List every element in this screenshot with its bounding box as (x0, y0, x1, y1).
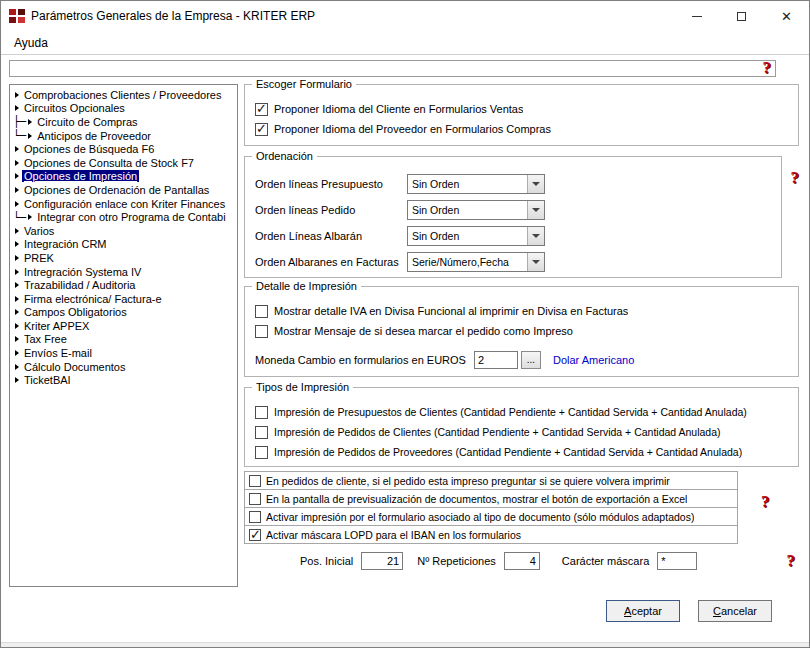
checkbox-label: Impresión de Pedidos de Clientes (Cantid… (274, 426, 721, 438)
maximize-button[interactable] (719, 1, 764, 31)
help-icon[interactable]: ? (787, 553, 796, 568)
group-title: Tipos de Impresión (252, 381, 353, 393)
order-row: Orden Líneas Albarán Sin Orden (255, 223, 773, 249)
tree-item-circuito-compras[interactable]: ├─Circuito de Compras (10, 115, 237, 129)
chevron-down-icon[interactable] (527, 253, 544, 271)
order-label: Orden Líneas Albarán (255, 230, 407, 242)
mask-settings-row: Pos. Inicial Nº Repeticiones Carácter má… (244, 550, 799, 571)
chevron-down-icon[interactable] (527, 201, 544, 219)
tree-item-campos-obligatorios[interactable]: Campos Obligatorios (10, 306, 237, 320)
extra-options-section: En pedidos de cliente, si el pedido esta… (244, 471, 799, 544)
dropdown-value: Sin Orden (408, 175, 527, 193)
checkbox-label: Impresión de Presupuestos de Clientes (C… (274, 406, 747, 418)
browse-button[interactable]: ... (521, 351, 541, 369)
proponer-idioma-cliente-checkbox[interactable] (255, 103, 268, 116)
cancel-button[interactable]: Cancelar (698, 600, 772, 622)
activar-impresion-formulario-checkbox[interactable] (249, 511, 261, 523)
window-title: Parámetros Generales de la Empresa - KRI… (31, 9, 674, 23)
order-facturas-dropdown[interactable]: Serie/Número,Fecha (407, 252, 545, 272)
chevron-down-icon[interactable] (527, 227, 544, 245)
mostrar-mensaje-impreso-checkbox[interactable] (255, 325, 268, 338)
checkbox-row: Mostrar Mensaje de si desea marcar el pe… (255, 321, 790, 341)
tree-arrow-icon (15, 241, 19, 247)
tree-item-kriter-appex[interactable]: Kriter APPEX (10, 319, 237, 333)
tree-arrow-icon (15, 364, 19, 370)
tree-item-busqueda-f6[interactable]: Opciones de Búsqueda F6 (10, 142, 237, 156)
mostrar-boton-excel-checkbox[interactable] (249, 493, 261, 505)
detalle-impresion-group: Detalle de Impresión Mostrar detalle IVA… (244, 286, 799, 377)
tree-item-anticipos-proveedor[interactable]: └─Anticipos de Proveedor (10, 129, 237, 143)
tree-item-trazabilidad[interactable]: Trazabilidad / Auditoria (10, 278, 237, 292)
tree-arrow-icon (15, 269, 19, 275)
order-pedido-dropdown[interactable]: Sin Orden (407, 200, 545, 220)
checkbox-row: Mostrar detalle IVA en Divisa Funcional … (255, 301, 790, 321)
tree-item-circuitos-opcionales[interactable]: Circuitos Opcionales (10, 102, 237, 116)
tipos-impresion-group: Tipos de Impresión Impresión de Presupue… (244, 387, 799, 467)
tree-item-integrar-contabilidad[interactable]: └─Integrar con otro Programa de Contabi (10, 210, 237, 224)
menu-bar: Ayuda (1, 31, 809, 55)
option-row: En pedidos de cliente, si el pedido esta… (244, 471, 738, 490)
bottom-band (1, 642, 809, 648)
order-label: Orden líneas Presupuesto (255, 178, 407, 190)
tree-item-firma-electronica[interactable]: Firma electrónica/ Factura-e (10, 292, 237, 306)
checkbox-row: Impresión de Presupuestos de Clientes (C… (255, 402, 790, 422)
checkbox-row: Proponer Idioma del Proveedor en Formula… (255, 119, 790, 139)
mostrar-detalle-iva-checkbox[interactable] (255, 305, 268, 318)
caracter-mascara-input[interactable] (657, 552, 697, 570)
tree-arrow-icon (15, 255, 19, 261)
help-icon[interactable]: ? (761, 494, 770, 509)
tree-arrow-icon (15, 160, 19, 166)
tree-arrow-icon (28, 119, 32, 125)
tree-item-opciones-impresion[interactable]: Opciones de Impresión (10, 170, 237, 184)
escoger-formulario-group: Escoger Formulario Proponer Idioma del C… (244, 84, 799, 146)
proponer-idioma-proveedor-checkbox[interactable] (255, 123, 268, 136)
tree-arrow-icon (15, 92, 19, 98)
num-repeticiones-input[interactable] (504, 552, 540, 570)
impresion-pedidos-clientes-checkbox[interactable] (255, 426, 268, 439)
tree-item-calculo-documentos[interactable]: Cálculo Documentos (10, 360, 237, 374)
tree-item-integracion-crm[interactable]: Integración CRM (10, 238, 237, 252)
tree-item-ticketbai[interactable]: TicketBAI (10, 373, 237, 387)
dropdown-value: Sin Orden (408, 201, 527, 219)
moneda-cambio-input[interactable] (474, 351, 518, 369)
minimize-button[interactable] (674, 1, 719, 31)
maximize-icon (737, 12, 746, 21)
tree-item-kriter-finances[interactable]: Configuración enlace con Kriter Finances (10, 197, 237, 211)
checkbox-label: Impresión de Pedidos de Proveedores (Can… (274, 446, 742, 458)
close-button[interactable]: ✕ (764, 1, 809, 31)
tree-item-tax-free[interactable]: Tax Free (10, 333, 237, 347)
moneda-cambio-label: Moneda Cambio en formularios en EUROS (255, 354, 466, 366)
menu-ayuda[interactable]: Ayuda (7, 34, 55, 52)
tree-item-envios-email[interactable]: Envíos E-mail (10, 346, 237, 360)
pos-inicial-input[interactable] (361, 552, 403, 570)
tree-item-varios[interactable]: Varios (10, 224, 237, 238)
help-icon[interactable]: ? (763, 60, 772, 75)
tree-item-ordenacion-pantallas[interactable]: Opciones de Ordenación de Pantallas (10, 183, 237, 197)
tree-arrow-icon (15, 228, 19, 234)
help-icon[interactable]: ? (791, 170, 800, 185)
tree-branch: └─ (13, 211, 26, 224)
dialog-window: Parámetros Generales de la Empresa - KRI… (0, 0, 810, 648)
impresion-pedidos-proveedores-checkbox[interactable] (255, 446, 268, 459)
order-label: Orden líneas Pedido (255, 204, 407, 216)
tree-arrow-icon (15, 309, 19, 315)
preguntar-reimprimir-checkbox[interactable] (249, 475, 261, 487)
tree-item-comprobaciones[interactable]: Comprobaciones Clientes / Proveedores (10, 88, 237, 102)
order-presupuesto-dropdown[interactable]: Sin Orden (407, 174, 545, 194)
activar-mascara-lopd-checkbox[interactable] (249, 529, 261, 541)
tree-item-consulta-stock-f7[interactable]: Opciones de Consulta de Stock F7 (10, 156, 237, 170)
tree-arrow-icon (15, 187, 19, 193)
currency-name: Dolar Americano (553, 354, 634, 366)
order-albaran-dropdown[interactable]: Sin Orden (407, 226, 545, 246)
tree-item-integracion-systema-iv[interactable]: Intregración Systema IV (10, 265, 237, 279)
accept-button[interactable]: Aceptar (606, 600, 680, 622)
tree-arrow-icon (28, 214, 32, 220)
checkbox-row: Proponer Idioma del Cliente en Formulari… (255, 99, 790, 119)
tree-item-prek[interactable]: PREK (10, 251, 237, 265)
chevron-down-icon[interactable] (527, 175, 544, 193)
order-row: Orden líneas Presupuesto Sin Orden (255, 171, 773, 197)
impresion-presupuestos-clientes-checkbox[interactable] (255, 406, 268, 419)
ordenacion-group: Ordenación Orden líneas Presupuesto Sin … (244, 156, 782, 278)
toolbar-strip: ? (9, 60, 776, 77)
dropdown-value: Sin Orden (408, 227, 527, 245)
